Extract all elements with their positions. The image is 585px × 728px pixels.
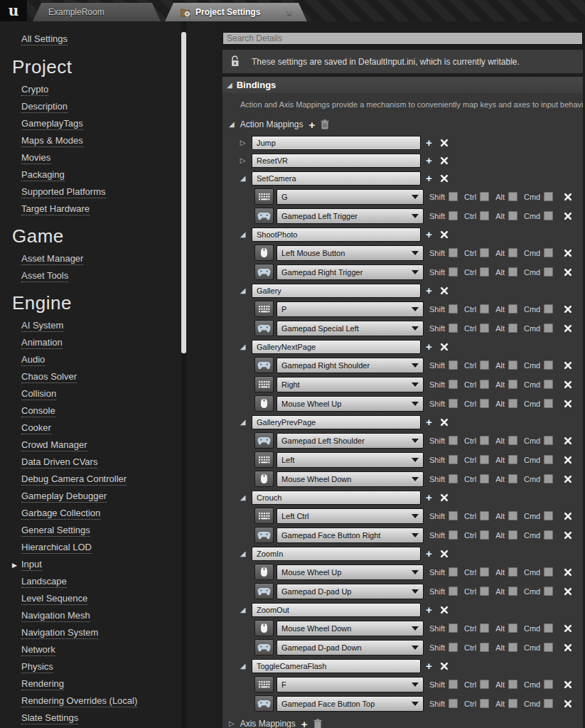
add-key-binding-button[interactable]: + xyxy=(426,492,432,503)
modifier-checkbox-cmd[interactable] xyxy=(544,567,553,577)
action-name-field[interactable]: ZoomOut xyxy=(252,603,421,617)
add-key-binding-button[interactable]: + xyxy=(426,173,432,183)
modifier-checkbox-shift[interactable] xyxy=(449,323,458,333)
add-key-binding-button[interactable]: + xyxy=(426,604,432,615)
action-expand-icon[interactable]: ◢ xyxy=(239,550,247,557)
remove-key-binding-button[interactable] xyxy=(564,437,572,445)
modifier-checkbox-cmd[interactable] xyxy=(544,643,553,652)
device-button[interactable] xyxy=(254,583,274,599)
key-dropdown[interactable]: Left Ctrl xyxy=(277,508,424,524)
modifier-checkbox-alt[interactable] xyxy=(508,436,517,445)
modifier-checkbox-alt[interactable] xyxy=(508,304,517,314)
add-key-binding-button[interactable]: + xyxy=(426,341,432,352)
key-dropdown[interactable]: Right xyxy=(277,377,424,392)
device-button[interactable] xyxy=(254,695,274,712)
remove-action-button[interactable] xyxy=(440,230,449,239)
key-dropdown[interactable]: Mouse Wheel Down xyxy=(277,471,424,487)
modifier-checkbox-ctrl[interactable] xyxy=(480,304,489,314)
modifier-checkbox-shift[interactable] xyxy=(449,192,458,201)
remove-action-button[interactable] xyxy=(440,287,449,295)
action-expand-icon[interactable]: ◢ xyxy=(239,606,247,614)
remove-action-button[interactable] xyxy=(440,156,449,165)
action-name-field[interactable]: GalleryNextPage xyxy=(252,340,421,354)
tab-close-icon[interactable]: x xyxy=(287,9,291,16)
modifier-checkbox-cmd[interactable] xyxy=(544,680,553,689)
action-expand-icon[interactable]: ◢ xyxy=(239,494,247,501)
key-dropdown[interactable]: F xyxy=(277,677,424,692)
modifier-checkbox-ctrl[interactable] xyxy=(480,380,489,389)
remove-key-binding-button[interactable] xyxy=(564,268,572,277)
modifier-checkbox-alt[interactable] xyxy=(508,360,517,370)
modifier-checkbox-cmd[interactable] xyxy=(544,436,553,445)
remove-key-binding-button[interactable] xyxy=(564,456,572,464)
remove-key-binding-button[interactable] xyxy=(564,587,572,596)
modifier-checkbox-cmd[interactable] xyxy=(544,192,553,201)
modifier-checkbox-shift[interactable] xyxy=(449,436,458,445)
key-dropdown[interactable]: Gamepad Left Shoulder xyxy=(277,433,424,449)
key-dropdown[interactable]: Gamepad Right Shoulder xyxy=(277,358,424,373)
bindings-section-header[interactable]: ◢ Bindings xyxy=(222,77,583,93)
remove-key-binding-button[interactable] xyxy=(564,305,572,314)
remove-key-binding-button[interactable] xyxy=(564,475,572,483)
modifier-checkbox-shift[interactable] xyxy=(449,623,458,633)
remove-key-binding-button[interactable] xyxy=(564,193,572,201)
modifier-checkbox-cmd[interactable] xyxy=(544,699,553,708)
modifier-checkbox-alt[interactable] xyxy=(508,511,517,520)
axis-mappings-expand-icon[interactable]: ▷ xyxy=(229,720,235,727)
modifier-checkbox-shift[interactable] xyxy=(449,399,458,408)
modifier-checkbox-shift[interactable] xyxy=(449,680,458,689)
action-name-field[interactable]: ZoomIn xyxy=(252,547,421,561)
modifier-checkbox-alt[interactable] xyxy=(508,643,517,652)
modifier-checkbox-alt[interactable] xyxy=(508,399,517,408)
modifier-checkbox-ctrl[interactable] xyxy=(480,192,489,201)
modifier-checkbox-cmd[interactable] xyxy=(544,474,553,483)
key-dropdown[interactable]: Gamepad D-pad Down xyxy=(277,640,424,655)
modifier-checkbox-ctrl[interactable] xyxy=(480,474,489,483)
key-dropdown[interactable]: Gamepad Face Button Top xyxy=(277,696,424,712)
add-action-mapping-button[interactable]: + xyxy=(308,119,315,130)
bindings-expand-icon[interactable]: ◢ xyxy=(227,82,232,89)
device-button[interactable] xyxy=(254,208,274,224)
modifier-checkbox-ctrl[interactable] xyxy=(480,267,489,277)
device-button[interactable] xyxy=(254,376,274,392)
device-button[interactable] xyxy=(254,451,274,468)
remove-key-binding-button[interactable] xyxy=(564,568,572,577)
device-button[interactable] xyxy=(254,301,274,317)
remove-key-binding-button[interactable] xyxy=(564,361,572,370)
add-axis-mapping-button[interactable]: + xyxy=(301,719,308,728)
sidebar-item-all-settings[interactable]: All Settings xyxy=(21,33,68,46)
action-name-field[interactable]: SetCamera xyxy=(252,171,421,186)
action-name-field[interactable]: GalleryPrevPage xyxy=(252,415,421,429)
modifier-checkbox-shift[interactable] xyxy=(449,587,458,596)
remove-key-binding-button[interactable] xyxy=(564,700,572,708)
remove-key-binding-button[interactable] xyxy=(564,512,572,520)
modifier-checkbox-alt[interactable] xyxy=(508,699,517,708)
action-collapsed-icon[interactable]: ▷ xyxy=(239,157,247,164)
modifier-checkbox-alt[interactable] xyxy=(508,211,517,220)
modifier-checkbox-shift[interactable] xyxy=(449,699,458,708)
remove-action-button[interactable] xyxy=(440,174,449,183)
modifier-checkbox-cmd[interactable] xyxy=(544,211,553,220)
modifier-checkbox-alt[interactable] xyxy=(508,380,517,389)
action-mappings-expand-icon[interactable]: ◢ xyxy=(229,121,235,128)
clear-axis-mappings-trash-icon[interactable] xyxy=(313,719,322,728)
add-key-binding-button[interactable]: + xyxy=(426,229,432,240)
device-button[interactable] xyxy=(254,264,274,280)
action-expand-icon[interactable]: ◢ xyxy=(239,343,247,350)
remove-action-button[interactable] xyxy=(440,343,449,351)
tab-exampleroom[interactable]: ExampleRoom xyxy=(33,3,161,21)
clear-action-mappings-trash-icon[interactable] xyxy=(321,119,329,129)
modifier-checkbox-ctrl[interactable] xyxy=(480,248,489,257)
remove-action-button[interactable] xyxy=(440,139,449,147)
sidebar-scrollbar-thumb[interactable] xyxy=(181,32,186,353)
key-dropdown[interactable]: Mouse Wheel Up xyxy=(277,396,424,412)
modifier-checkbox-alt[interactable] xyxy=(508,474,517,483)
action-collapsed-icon[interactable]: ▷ xyxy=(239,139,247,146)
modifier-checkbox-ctrl[interactable] xyxy=(480,436,489,445)
device-button[interactable] xyxy=(254,639,274,655)
add-key-binding-button[interactable]: + xyxy=(426,285,432,296)
action-name-field[interactable]: Jump xyxy=(252,136,421,150)
device-button[interactable] xyxy=(254,395,274,412)
modifier-checkbox-cmd[interactable] xyxy=(544,248,553,257)
device-button[interactable] xyxy=(254,676,274,692)
